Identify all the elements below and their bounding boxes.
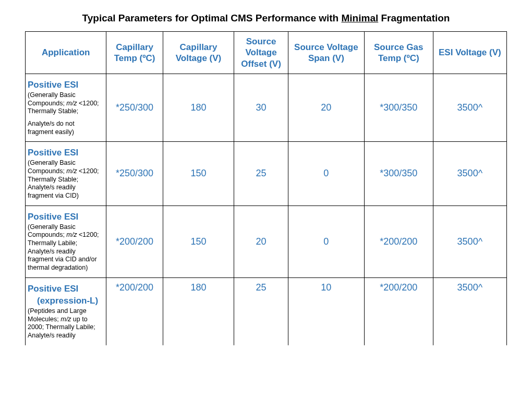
cap-temp: *250/300 xyxy=(106,74,163,141)
src-v-off: 25 xyxy=(234,142,288,206)
esi-v: 3500^ xyxy=(433,142,506,206)
cap-volt: 150 xyxy=(163,142,234,206)
src-v-span: 0 xyxy=(288,142,364,206)
app-name: Positive ESI xyxy=(28,79,102,90)
cap-temp: *200/200 xyxy=(106,206,163,277)
src-v-off: 30 xyxy=(234,74,288,141)
app-cell: Positive ESI (expression-L) (Peptides an… xyxy=(26,277,106,345)
esi-v: 3500^ xyxy=(433,74,506,141)
esi-v: 3500^ xyxy=(433,206,506,277)
app-desc: (Generally Basic Compounds; m/z <1200; T… xyxy=(28,159,102,200)
cap-volt: 150 xyxy=(163,206,234,277)
table-row: Positive ESI (Generally Basic Compounds;… xyxy=(26,142,507,206)
src-v-off: 25 xyxy=(234,277,288,345)
app-cell: Positive ESI (Generally Basic Compounds;… xyxy=(26,142,106,206)
cap-temp: *200/200 xyxy=(106,277,163,345)
title-underline: Minimal xyxy=(342,13,379,23)
col-cap-temp: Capillary Temp (ºC) xyxy=(106,32,163,74)
title-post: Fragmentation xyxy=(378,13,450,23)
col-src-gas-temp: Source Gas Temp (ºC) xyxy=(364,32,433,74)
esi-v: 3500^ xyxy=(433,277,506,345)
src-gas-temp: *200/200 xyxy=(364,277,433,345)
app-desc: (Generally Basic Compounds; m/z <1200; T… xyxy=(28,223,102,272)
title-pre: Typical Parameters for Optimal CMS Perfo… xyxy=(82,13,342,23)
table-row: Positive ESI (Generally Basic Compounds;… xyxy=(26,74,507,141)
cap-volt: 180 xyxy=(163,277,234,345)
col-src-v-off: Source Voltage Offset (V) xyxy=(234,32,288,74)
app-name: Positive ESI xyxy=(28,147,102,158)
col-esi-v: ESI Voltage (V) xyxy=(433,32,506,74)
src-v-span: 0 xyxy=(288,206,364,277)
app-sub: (expression-L) xyxy=(28,295,102,306)
table-row: Positive ESI (expression-L) (Peptides an… xyxy=(26,277,507,345)
src-gas-temp: *300/350 xyxy=(364,142,433,206)
app-desc: (Peptides and Large Molecules; m/z up to… xyxy=(28,307,102,340)
table-header-row: Application Capillary Temp (ºC) Capillar… xyxy=(26,32,507,74)
app-cell: Positive ESI (Generally Basic Compounds;… xyxy=(26,74,106,141)
src-v-span: 20 xyxy=(288,74,364,141)
col-cap-volt: Capillary Voltage (V) xyxy=(163,32,234,74)
app-name: Positive ESI xyxy=(28,211,102,222)
app-cell: Positive ESI (Generally Basic Compounds;… xyxy=(26,206,106,277)
col-application: Application xyxy=(26,32,106,74)
app-desc: (Generally Basic Compounds; m/z <1200; T… xyxy=(28,91,102,136)
src-gas-temp: *300/350 xyxy=(364,74,433,141)
table-row: Positive ESI (Generally Basic Compounds;… xyxy=(26,206,507,277)
app-name: Positive ESI xyxy=(28,283,102,294)
page-title: Typical Parameters for Optimal CMS Perfo… xyxy=(25,13,507,24)
src-v-off: 20 xyxy=(234,206,288,277)
src-v-span: 10 xyxy=(288,277,364,345)
parameters-table: Application Capillary Temp (ºC) Capillar… xyxy=(25,31,507,345)
col-src-v-span: Source Voltage Span (V) xyxy=(288,32,364,74)
cap-temp: *250/300 xyxy=(106,142,163,206)
cap-volt: 180 xyxy=(163,74,234,141)
src-gas-temp: *200/200 xyxy=(364,206,433,277)
